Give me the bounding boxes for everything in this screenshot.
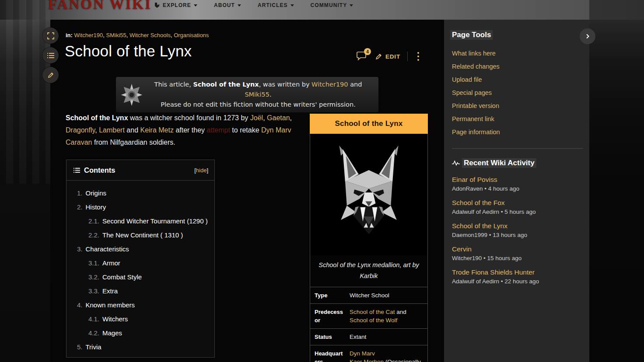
activity-entry: Cervin Witcher190 • 15 hours ago (452, 245, 581, 262)
toc-item[interactable]: 5.Trivia (77, 340, 208, 354)
article-container: in: Witcher190, SMiki55, Witcher Schools… (50, 20, 444, 362)
notice-text: This article, School of the Lynx, was wr… (144, 80, 372, 110)
fullscreen-button[interactable] (42, 28, 59, 44)
edit-button[interactable]: EDIT (375, 53, 400, 60)
toc-item[interactable]: 4.2.Mages (88, 326, 208, 340)
wiki-logo[interactable]: FANON WIKI (48, 0, 152, 12)
table-of-contents: Contents [hide] 1.Origins 2.History 2.1.… (66, 160, 215, 358)
notice-line-2: Please do not edit this fiction without … (144, 100, 372, 110)
article-link[interactable]: School of the Wolf (350, 317, 397, 324)
page-tools-list: What links here Related changes Upload f… (452, 47, 581, 139)
tool-related-changes[interactable]: Related changes (452, 60, 581, 73)
activity-meta: Daemon1999 • 13 hours ago (452, 231, 581, 239)
tool-permanent-link[interactable]: Permanent link (452, 112, 581, 125)
activity-entry: School of the Fox Adalwulf of Aedirn • 5… (452, 198, 581, 216)
infobox-row-value: Witcher School (349, 291, 427, 299)
lynx-medallion-image (318, 139, 420, 250)
toc-item[interactable]: 1.Origins (77, 186, 208, 200)
infobox-row-value: School of the Cat and School of the Wolf (349, 308, 427, 324)
divider (407, 52, 408, 61)
breadcrumb-link[interactable]: Witcher Schools (130, 32, 171, 38)
author-link[interactable]: Witcher190 (312, 81, 348, 88)
activity-link[interactable]: School of the Fox (452, 198, 581, 207)
chevron-right-icon (585, 34, 590, 39)
toc-item[interactable]: 2.2.The New Continent ( 1310 ) (88, 228, 208, 242)
breadcrumb-link[interactable]: Organisations (174, 32, 209, 38)
toc-title: Contents (84, 166, 194, 174)
tool-special-pages[interactable]: Special pages (452, 86, 581, 99)
divider (452, 148, 583, 149)
article-link[interactable]: Keira Metz (140, 126, 173, 134)
infobox-row: Headquarters Dyn MarvKaer Morhen (Occasi… (310, 345, 427, 362)
article-link[interactable]: School of the Cat (350, 309, 395, 315)
toc-item[interactable]: 2.History (77, 200, 208, 214)
breadcrumb-separator: , (103, 32, 106, 38)
toc-item[interactable]: 3.1.Armor (88, 256, 208, 270)
comments-button[interactable]: 4 (357, 51, 368, 62)
activity-entry: Trode Fiona Shields Hunter Adalwulf of A… (452, 268, 581, 285)
article-link[interactable]: Dragonfly (66, 126, 95, 134)
activity-link[interactable]: School of the Lynx (452, 222, 581, 230)
contents-rail-button[interactable] (42, 47, 59, 63)
nav-item-label: EXPLORE (163, 2, 191, 8)
page-tools-title: Page Tools (450, 30, 493, 40)
article-link[interactable]: Dyn Marv (350, 350, 375, 357)
nav-item-label: ARTICLES (258, 2, 288, 8)
toc-item[interactable]: 4.Known members (77, 298, 208, 312)
toc-item[interactable]: 3.Characteristics (77, 242, 208, 256)
toc-item[interactable]: 4.1.Witchers (88, 312, 208, 326)
author-link[interactable]: SMiki55 (245, 91, 270, 98)
breadcrumb-link[interactable]: Witcher190 (74, 32, 103, 38)
toc-item[interactable]: 3.2.Combat Style (88, 270, 208, 284)
breadcrumb-link[interactable]: SMiki55 (106, 32, 126, 38)
activity-meta: Witcher190 • 15 hours ago (452, 254, 581, 262)
nav-community[interactable]: COMMUNITY (311, 2, 354, 8)
nav-explore[interactable]: EXPLORE (154, 2, 197, 8)
article-link[interactable]: Joël (250, 114, 263, 122)
pencil-icon (47, 72, 54, 79)
toc-item[interactable]: 2.1.Second Witcher Tournament (1290 ) (88, 214, 208, 228)
activity-link[interactable]: Trode Fiona Shields Hunter (452, 268, 581, 277)
breadcrumb-prefix: in: (66, 32, 73, 38)
infobox-image[interactable] (310, 134, 427, 255)
list-icon (47, 52, 54, 59)
breadcrumb-separator: , (126, 32, 130, 38)
activity-link[interactable]: Cervin (452, 245, 581, 254)
edit-label: EDIT (385, 53, 400, 60)
infobox-row-label: Type (310, 291, 349, 299)
article-link[interactable]: Gaetan (267, 114, 290, 122)
toc-hide-button[interactable]: [hide] (194, 167, 208, 174)
nav-about[interactable]: ABOUT (214, 2, 241, 8)
activity-link[interactable]: Einar of Poviss (452, 175, 581, 184)
author-notice: This article, School of the Lynx, was wr… (116, 77, 378, 112)
infobox-row-label: Headquarters (310, 349, 349, 362)
collapse-rail-button[interactable] (580, 28, 595, 44)
activity-meta: AdonRaven • 4 hours ago (452, 185, 581, 193)
right-background (589, 0, 644, 362)
top-navigation: EXPLORE ABOUT ARTICLES COMMUNITY (154, 2, 353, 8)
activity-header: Recent Wiki Activity (452, 158, 581, 168)
article-link[interactable]: Kaer Morhen (350, 359, 384, 362)
toc-item[interactable]: 3.3.Extra (88, 284, 208, 298)
infobox: School of the Lynx (310, 114, 428, 362)
broken-link[interactable]: attempt (207, 126, 230, 134)
page-actions: 4 EDIT (357, 50, 422, 63)
article-link[interactable]: Lambert (99, 126, 125, 134)
tool-printable-version[interactable]: Printable version (452, 99, 581, 112)
infobox-row-value: Dyn MarvKaer Morhen (Occasionally ) (349, 349, 427, 362)
list-icon (74, 167, 80, 173)
activity-entry: Einar of Poviss AdonRaven • 4 hours ago (452, 175, 581, 193)
activity-meta: Adalwulf of Aedirn • 5 hours ago (452, 208, 581, 216)
infobox-title: School of the Lynx (310, 114, 428, 134)
nav-articles[interactable]: ARTICLES (258, 2, 294, 8)
infobox-row-value: Extant (349, 333, 427, 341)
tool-what-links-here[interactable]: What links here (452, 47, 581, 60)
tool-upload-file[interactable]: Upload file (452, 73, 581, 86)
chevron-down-icon (290, 4, 294, 7)
infobox-row: Type Witcher School (310, 287, 427, 303)
infobox-row: Predecessor School of the Cat and School… (310, 303, 427, 328)
chevron-down-icon (238, 4, 241, 7)
quick-edit-button[interactable] (42, 67, 59, 83)
tool-page-information[interactable]: Page information (452, 125, 581, 139)
more-options-button[interactable] (415, 50, 422, 63)
